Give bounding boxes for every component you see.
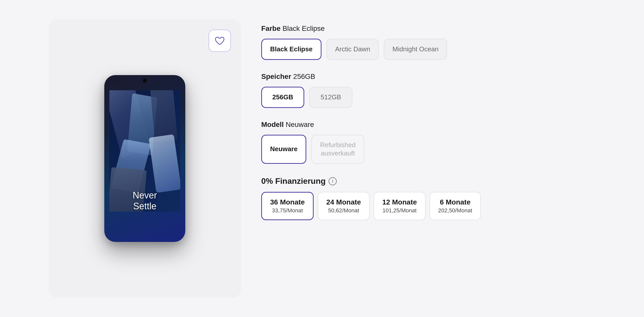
heart-icon bbox=[214, 35, 225, 46]
color-group: Farbe Black Eclipse Black Eclipse Arctic… bbox=[261, 25, 595, 60]
fin-24-months: 24 Monate bbox=[326, 198, 361, 206]
color-option-arctic-dawn[interactable]: Arctic Dawn bbox=[327, 39, 379, 60]
model-label-bold: Modell bbox=[261, 121, 284, 128]
info-icon[interactable]: i bbox=[329, 177, 337, 185]
image-section: Never Settle bbox=[49, 19, 241, 298]
brand-line2: Settle bbox=[133, 201, 156, 211]
brand-line1: Never bbox=[133, 190, 157, 200]
color-label-value: Black Eclipse bbox=[283, 25, 325, 32]
fin-12-rate: 101,25/Monat bbox=[382, 207, 417, 214]
model-option-neuware[interactable]: Neuware bbox=[261, 135, 306, 164]
fin-24-rate: 50,62/Monat bbox=[326, 207, 361, 214]
phone-notch bbox=[143, 79, 147, 83]
page: Never Settle Farbe Black Eclipse Black E… bbox=[0, 0, 644, 317]
color-label-bold: Farbe bbox=[261, 25, 280, 32]
model-label-value: Neuware bbox=[286, 121, 314, 128]
phone-brand-text: Never Settle bbox=[104, 190, 185, 212]
color-label: Farbe Black Eclipse bbox=[261, 25, 595, 33]
storage-choices: 256GB 512GB bbox=[261, 87, 595, 108]
fin-6-months: 6 Monate bbox=[438, 198, 472, 206]
storage-label-bold: Speicher bbox=[261, 73, 291, 80]
color-choices: Black Eclipse Arctic Dawn Midnight Ocean bbox=[261, 39, 595, 60]
model-choices: Neuware Refurbished ausverkauft bbox=[261, 135, 595, 164]
color-option-black-eclipse[interactable]: Black Eclipse bbox=[261, 39, 321, 60]
fin-option-12monate[interactable]: 12 Monate 101,25/Monat bbox=[374, 192, 426, 220]
model-group: Modell Neuware Neuware Refurbished ausve… bbox=[261, 121, 595, 164]
fin-12-months: 12 Monate bbox=[382, 198, 417, 206]
fin-option-36monate[interactable]: 36 Monate 33,75/Monat bbox=[261, 192, 314, 220]
storage-label-value: 256GB bbox=[293, 73, 315, 80]
product-layout: Never Settle Farbe Black Eclipse Black E… bbox=[18, 4, 626, 313]
finanzierung-group: 0% Finanzierung i 36 Monate 33,75/Monat … bbox=[261, 176, 595, 220]
model-label: Modell Neuware bbox=[261, 121, 595, 129]
crystal-shape-3 bbox=[150, 90, 178, 142]
refurbished-line1: Refurbished bbox=[320, 141, 355, 149]
storage-group: Speicher 256GB 256GB 512GB bbox=[261, 73, 595, 108]
fin-36-rate: 33,75/Monat bbox=[270, 207, 305, 214]
finanzierung-label: 0% Finanzierung i bbox=[261, 176, 595, 186]
finanzierung-title: 0% Finanzierung bbox=[261, 176, 326, 186]
refurbished-line2: ausverkauft bbox=[321, 149, 355, 157]
storage-label: Speicher 256GB bbox=[261, 73, 595, 81]
fin-option-6monate[interactable]: 6 Monate 202,50/Monat bbox=[430, 192, 481, 220]
fin-36-months: 36 Monate bbox=[270, 198, 305, 206]
color-option-midnight-ocean[interactable]: Midnight Ocean bbox=[384, 39, 447, 60]
wishlist-button[interactable] bbox=[209, 30, 231, 52]
model-option-refurbished[interactable]: Refurbished ausverkauft bbox=[311, 135, 364, 164]
storage-option-256gb[interactable]: 256GB bbox=[261, 87, 304, 108]
options-section: Farbe Black Eclipse Black Eclipse Arctic… bbox=[261, 19, 595, 220]
storage-option-512gb[interactable]: 512GB bbox=[309, 87, 352, 108]
finanzierung-chips: 36 Monate 33,75/Monat 24 Monate 50,62/Mo… bbox=[261, 192, 595, 220]
phone-device: Never Settle bbox=[104, 75, 185, 242]
fin-6-rate: 202,50/Monat bbox=[438, 207, 472, 214]
fin-option-24monate[interactable]: 24 Monate 50,62/Monat bbox=[318, 192, 370, 220]
